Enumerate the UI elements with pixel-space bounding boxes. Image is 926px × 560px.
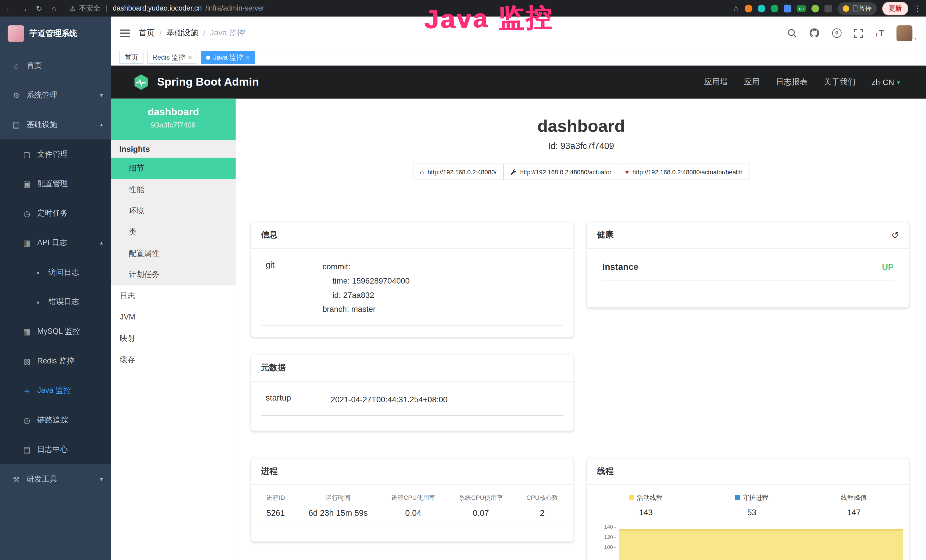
admin-sidebar: 芋道管理系统 ⌂ 首页 ⚙ 系统管理 ▾ ▤ 基础设施 ▴ ▢ 文件管理 ▣ 配… xyxy=(0,17,111,560)
screen: ← → ↻ ⌂ ⚠ 不安全 dashboard.yudao.iocoder.cn… xyxy=(0,0,926,560)
instance-box[interactable]: dashboard 93a3fc7f7409 xyxy=(111,99,236,140)
sba-item-classes[interactable]: 类 xyxy=(111,222,236,243)
forward-icon[interactable]: → xyxy=(20,4,29,12)
sba-nav-journal[interactable]: 日志报表 xyxy=(776,77,808,87)
sidebar-item-trace[interactable]: ◎ 链路追踪 xyxy=(0,406,111,435)
health-instance-label: Instance xyxy=(602,262,638,272)
sidebar-item-infra[interactable]: ▤ 基础设施 ▴ xyxy=(0,110,111,139)
sidebar-item-label: 首页 xyxy=(27,60,42,71)
tab-home[interactable]: 首页 xyxy=(119,51,144,64)
file-icon: ▢ xyxy=(22,150,32,159)
page-title: dashboard xyxy=(236,117,926,136)
sidebar-item-config[interactable]: ▣ 配置管理 xyxy=(0,169,111,198)
history-icon[interactable]: ↺ xyxy=(891,230,899,241)
tab-java[interactable]: Java 监控 × xyxy=(201,51,255,64)
sba-item-details[interactable]: 细节 xyxy=(111,158,236,179)
reload-icon[interactable]: ↻ xyxy=(34,4,44,12)
sba-brand[interactable]: Spring Boot Admin xyxy=(132,73,259,91)
timer-icon: ◷ xyxy=(22,209,32,218)
help-icon[interactable]: ? xyxy=(832,28,841,38)
health-url-button[interactable]: ♥ http://192.168.0.2:48080/actuator/heal… xyxy=(618,164,749,180)
menu-kebab-icon[interactable]: ⋮ xyxy=(914,4,921,12)
update-button[interactable]: 更新 xyxy=(882,2,908,15)
breadcrumb-separator: / xyxy=(159,29,162,37)
sba-nav-applications[interactable]: 应用 xyxy=(744,77,760,87)
tools-icon: ⚒ xyxy=(11,475,21,484)
tab-redis[interactable]: Redis 监控 × xyxy=(147,51,197,64)
wrench-icon xyxy=(510,169,517,175)
extension-on-icon[interactable]: on xyxy=(797,5,806,12)
chevron-up-icon: ▴ xyxy=(100,122,103,128)
chart-y-axis: 140 120 100 xyxy=(595,526,617,560)
threads-card: 线程 活动线程 143 守护进程 53 xyxy=(586,458,909,560)
avatar xyxy=(896,25,912,41)
legend-color-icon xyxy=(629,495,634,500)
sidebar-item-access-log[interactable]: ▪ 访问日志 xyxy=(0,257,111,287)
close-icon[interactable]: × xyxy=(246,54,250,61)
sidebar-item-jobs[interactable]: ◷ 定时任务 xyxy=(0,198,111,228)
hamburger-icon[interactable] xyxy=(120,29,130,37)
github-icon[interactable] xyxy=(809,28,820,38)
sidebar-item-mysql[interactable]: ▦ MySQL 监控 xyxy=(0,317,111,346)
sba-item-metrics[interactable]: 性能 xyxy=(111,179,236,200)
search-icon[interactable] xyxy=(787,28,796,38)
metadata-row: startup 2021-04-27T00:44:31.254+08:00 xyxy=(261,382,563,416)
font-size-icon[interactable]: TT xyxy=(875,28,884,38)
info-card-title: 信息 xyxy=(261,230,277,241)
user-avatar[interactable]: ▾ xyxy=(896,25,916,41)
sidebar-item-files[interactable]: ▢ 文件管理 xyxy=(0,139,111,169)
legend-live: 活动线程 143 xyxy=(629,493,663,517)
sidebar-item-api-log[interactable]: ▥ API 日志 ▴ xyxy=(0,228,111,257)
fullscreen-icon[interactable] xyxy=(854,29,863,37)
locale-select[interactable]: zh-CN ▾ xyxy=(872,77,900,86)
close-icon[interactable]: × xyxy=(188,54,192,61)
chevron-down-icon: ▾ xyxy=(100,476,103,482)
sidebar-item-redis[interactable]: ▧ Redis 监控 xyxy=(0,346,111,376)
sidebar-item-error-log[interactable]: ▪ 错误日志 xyxy=(0,287,111,317)
sba-item-jvm[interactable]: JVM xyxy=(111,307,236,328)
extension-icon[interactable] xyxy=(744,5,752,12)
process-col: CPU核心数 2 xyxy=(527,494,558,518)
breadcrumb-separator: / xyxy=(203,29,205,37)
annotation-text: Java 监控 xyxy=(424,0,554,37)
sidebar-item-log-center[interactable]: ▤ 日志中心 xyxy=(0,435,111,465)
extension-icon[interactable] xyxy=(784,5,791,12)
heart-icon: ♥ xyxy=(625,168,629,176)
breadcrumb-home[interactable]: 首页 xyxy=(139,28,155,38)
actuator-url-button[interactable]: http://192.168.0.2:48080/actuator xyxy=(503,164,619,180)
sba-nav-wallboard[interactable]: 应用墙 xyxy=(704,77,728,87)
breadcrumb-infra[interactable]: 基础设施 xyxy=(166,28,198,38)
sba-item-logs[interactable]: 日志 xyxy=(111,285,236,307)
sba-item-mappings[interactable]: 映射 xyxy=(111,328,236,349)
extension-icon[interactable] xyxy=(770,5,778,12)
tags-view: 首页 Redis 监控 × Java 监控 × xyxy=(111,50,926,66)
instance-name: dashboard xyxy=(111,106,236,118)
browser-home-icon[interactable]: ⌂ xyxy=(49,4,59,12)
extension-icon[interactable] xyxy=(758,5,766,12)
bookmark-icon[interactable]: ☆ xyxy=(732,4,740,12)
paused-badge[interactable]: 已暂停 xyxy=(837,2,877,14)
sba-nav: 应用墙 应用 日志报表 关于我们 zh-CN ▾ xyxy=(704,77,900,87)
sba-item-env[interactable]: 环境 xyxy=(111,200,236,222)
process-col: 进程CPU使用率 0.04 xyxy=(391,494,436,518)
security-label: 不安全 xyxy=(79,3,100,13)
sba-nav-about[interactable]: 关于我们 xyxy=(824,77,856,87)
extension-icon[interactable] xyxy=(825,5,832,12)
sba-item-scheduled[interactable]: 计划任务 xyxy=(111,264,236,286)
sidebar-item-label: 文件管理 xyxy=(37,149,68,159)
extension-icon[interactable] xyxy=(811,5,819,12)
breadcrumb-current: Java 监控 xyxy=(210,28,245,38)
sidebar-item-devtools[interactable]: ⚒ 研发工具 ▾ xyxy=(0,465,111,494)
back-icon[interactable]: ← xyxy=(5,4,14,12)
sidebar-item-java[interactable]: ☕ Java 监控 xyxy=(0,376,111,406)
service-url-button[interactable]: ⌂ http://192.168.0.2:48080/ xyxy=(413,164,504,180)
java-icon: ☕ xyxy=(22,386,32,395)
address-bar[interactable]: ⚠ 不安全 dashboard.yudao.iocoder.cn/infra/a… xyxy=(70,3,727,13)
sba-item-caches[interactable]: 缓存 xyxy=(111,349,236,371)
page-subtitle: Id: 93a3fc7f7409 xyxy=(236,141,926,151)
app-logo-row[interactable]: 芋道管理系统 xyxy=(0,17,111,51)
instance-id: 93a3fc7f7409 xyxy=(111,121,236,130)
sba-item-configprops[interactable]: 配置属性 xyxy=(111,243,236,264)
sidebar-item-home[interactable]: ⌂ 首页 xyxy=(0,51,111,80)
sidebar-item-system[interactable]: ⚙ 系统管理 ▾ xyxy=(0,80,111,110)
